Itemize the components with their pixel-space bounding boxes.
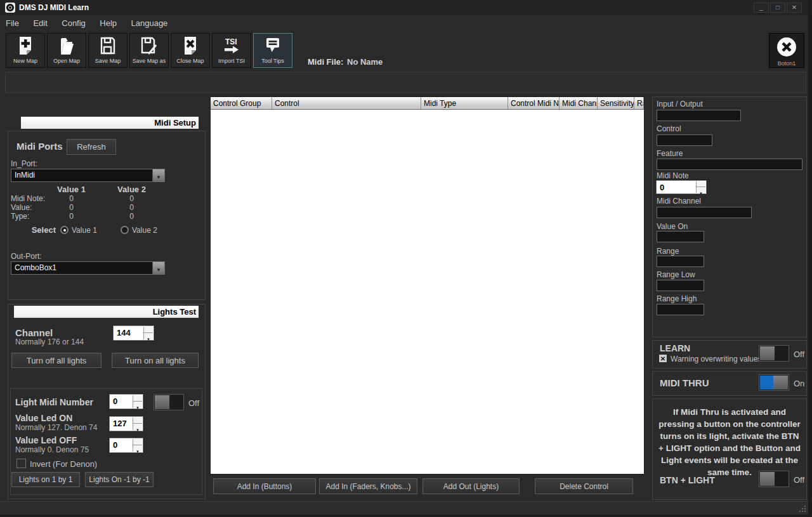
save-map-as-button[interactable]: Save Map as (129, 33, 169, 68)
spin-up-icon (697, 181, 705, 187)
add-in-buttons-button[interactable]: Add In (Buttons) (213, 478, 316, 494)
save-map-as-icon (130, 34, 168, 58)
add-in-faders-button[interactable]: Add In (Faders, Knobs...) (319, 478, 417, 494)
range-low-field[interactable] (657, 280, 704, 291)
minimize-button[interactable]: _ (754, 3, 769, 13)
menu-language[interactable]: Language (126, 15, 174, 28)
value-led-off-label: Value Led OFF (15, 435, 77, 445)
turn-off-all-lights-button[interactable]: Turn off all lights (11, 353, 102, 368)
import-tsi-button[interactable]: TSI Import TSI (212, 33, 251, 68)
value1-radio[interactable] (60, 226, 69, 234)
light-midi-number-label: Light Midi Number (15, 397, 93, 407)
midi-file-label: Midi File: (308, 57, 343, 67)
turn-on-all-lights-button[interactable]: Turn on all lights (112, 353, 199, 368)
control-table-body[interactable] (211, 110, 644, 474)
open-map-button[interactable]: Open Map (47, 33, 86, 68)
menu-config[interactable]: Config (56, 15, 91, 28)
out-port-value: ComboBox1 (15, 263, 56, 272)
value1-radio-label: Value 1 (72, 226, 97, 235)
app-record-icon (5, 3, 15, 13)
out-port-combobox[interactable]: ComboBox1 (11, 261, 165, 275)
light-midi-number-spinner[interactable]: 0 (109, 394, 143, 409)
col-control-group[interactable]: Control Group (211, 97, 272, 109)
value-led-on-spinner[interactable]: 127 (109, 416, 143, 431)
top-strip-panel (5, 72, 806, 93)
close-map-icon (171, 34, 209, 58)
col-midi-type[interactable]: Midi Type (421, 97, 508, 109)
out-port-chevron-down-icon[interactable] (152, 262, 164, 274)
in-port-combobox[interactable]: InMidi (11, 169, 165, 182)
midi-channel-label: Midi Channel (657, 197, 701, 206)
delete-control-button[interactable]: Delete Control (535, 478, 633, 494)
close-map-button[interactable]: Close Map (171, 33, 210, 68)
value2-radio[interactable] (121, 226, 129, 234)
save-map-as-label: Save Map as (130, 58, 168, 64)
new-map-label: New Map (6, 58, 44, 64)
range-field[interactable] (657, 256, 704, 267)
import-tsi-icon: TSI (213, 34, 251, 58)
light-midi-number-arrows[interactable] (133, 395, 142, 408)
menu-edit[interactable]: Edit (27, 15, 53, 28)
type-value1: 0 (51, 212, 92, 221)
light-toggle[interactable] (154, 394, 184, 410)
resize-grip-icon[interactable] (804, 511, 806, 512)
add-out-lights-button[interactable]: Add Out (Lights) (422, 478, 520, 494)
import-tsi-label: Import TSI (213, 58, 251, 64)
value-led-off-arrows[interactable] (133, 439, 142, 452)
new-map-button[interactable]: New Map (6, 33, 45, 68)
btn-light-toggle-state: Off (794, 475, 804, 485)
status-bar (0, 501, 812, 517)
col-control-midi-no[interactable]: Control Midi Nº (508, 97, 560, 109)
btn-light-toggle[interactable] (759, 471, 789, 487)
midi-note-spinner[interactable]: 0 (656, 180, 707, 194)
value-on-field[interactable] (657, 231, 704, 242)
midi-channel-field[interactable] (657, 207, 752, 218)
control-label: Control (657, 124, 681, 133)
col-midi-chann[interactable]: Midi Chann (560, 97, 598, 109)
type-value2: 0 (111, 212, 152, 221)
warning-checkbox[interactable]: ✕ (658, 354, 667, 363)
spin-up-icon (133, 439, 142, 445)
midi-note-arrows[interactable] (696, 181, 705, 193)
midi-thru-toggle-state: On (794, 379, 804, 388)
value-led-off-spinner[interactable]: 0 (109, 438, 143, 453)
midi-thru-info-text: If Midi Thru is activated and pressing a… (657, 406, 802, 478)
range-high-field[interactable] (657, 304, 704, 315)
value-value2: 0 (111, 203, 152, 212)
spin-down-icon (133, 402, 142, 408)
value-led-on-arrows[interactable] (133, 417, 142, 430)
menu-help[interactable]: Help (94, 15, 122, 28)
midi-file-value: No Name (347, 57, 383, 67)
refresh-button[interactable]: Refresh (67, 139, 116, 155)
midi-note-row-label: Midi Note: (11, 194, 45, 203)
boton1-button[interactable]: Boton1 (769, 33, 804, 68)
channel-spinner-arrows[interactable] (143, 327, 153, 339)
control-table-header: Control Group Control Midi Type Control … (211, 97, 644, 110)
midi-thru-toggle[interactable] (759, 374, 789, 391)
in-port-chevron-down-icon[interactable] (152, 169, 164, 181)
feature-field[interactable] (657, 159, 802, 170)
menu-file[interactable]: File (0, 15, 25, 28)
col-control[interactable]: Control (272, 97, 421, 109)
feature-label: Feature (657, 149, 683, 158)
lights-on-minus1-button[interactable]: Lights On -1 by -1 (85, 472, 154, 487)
invert-checkbox[interactable] (16, 459, 26, 468)
lights-on-1by1-button[interactable]: Lights on 1 by 1 (11, 472, 80, 487)
tool-tips-icon (254, 34, 292, 58)
app-window: DMS DJ MIDI Learn _ □ ✕ File Edit Config… (0, 0, 812, 517)
in-port-value: InMidi (15, 171, 35, 180)
channel-note: Normally 176 or 144 (15, 337, 84, 346)
col-sensitivity[interactable]: Sensitivity (598, 97, 634, 109)
midi-note-value: 0 (660, 183, 664, 192)
channel-spinner[interactable]: 144 (113, 325, 154, 341)
col-range[interactable]: Ra (634, 97, 644, 109)
input-output-field[interactable] (657, 110, 741, 121)
learn-toggle[interactable] (759, 345, 789, 362)
tool-tips-button[interactable]: Tool Tips (253, 33, 292, 68)
maximize-button[interactable]: □ (770, 3, 785, 13)
close-button[interactable]: ✕ (787, 3, 802, 13)
save-map-button[interactable]: Save Map (88, 33, 128, 68)
control-field[interactable] (657, 134, 712, 146)
control-table: Control Group Control Midi Type Control … (210, 96, 645, 474)
new-map-icon (6, 34, 44, 58)
